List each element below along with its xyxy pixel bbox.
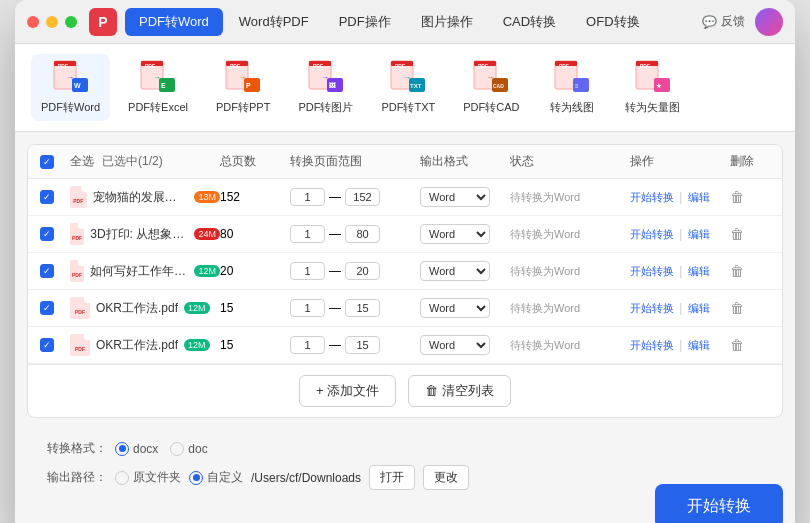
tool-pdf-to-word[interactable]: PDF W → PDF转Word xyxy=(31,54,110,121)
row2-page-to[interactable] xyxy=(345,225,380,243)
row4-delete-btn[interactable]: 🗑 xyxy=(730,300,770,316)
row2-checkbox[interactable] xyxy=(40,227,54,241)
custom-label: 自定义 xyxy=(207,469,243,486)
tool-pdf-to-excel-label: PDF转Excel xyxy=(128,100,188,115)
row5-checkbox[interactable] xyxy=(40,338,54,352)
row2-status: 待转换为Word xyxy=(510,227,630,242)
docx-radio[interactable] xyxy=(115,442,129,456)
tool-to-line[interactable]: PDF ≡ 转为线图 xyxy=(537,54,607,121)
row3-name-cell: PDF 如何写好工作年中总结.pdf 12M xyxy=(70,260,220,282)
row5-page-from[interactable] xyxy=(290,336,325,354)
row5-size: 12M xyxy=(184,339,210,351)
feedback-button[interactable]: 💬 反馈 xyxy=(702,13,745,30)
docx-label: docx xyxy=(133,442,158,456)
row3-start-btn[interactable]: 开始转换 xyxy=(630,265,674,277)
row3-delete-btn[interactable]: 🗑 xyxy=(730,263,770,279)
nav-tab-image-ops[interactable]: 图片操作 xyxy=(407,8,487,36)
app-window: P PDF转Word Word转PDF PDF操作 图片操作 CAD转换 OFD… xyxy=(15,0,795,523)
row1-checkbox[interactable] xyxy=(40,190,54,204)
pdf-to-word-icon: PDF W → xyxy=(51,60,91,96)
custom-radio[interactable] xyxy=(189,471,203,485)
row5-status: 待转换为Word xyxy=(510,338,630,353)
svg-text:PDF: PDF xyxy=(58,63,68,69)
tool-pdf-to-image[interactable]: PDF 🖼 → PDF转图片 xyxy=(288,54,363,121)
tool-pdf-to-cad[interactable]: PDF CAD → PDF转CAD xyxy=(453,54,529,121)
nav-tab-cad[interactable]: CAD转换 xyxy=(489,8,570,36)
row1-delete-btn[interactable]: 🗑 xyxy=(730,189,770,205)
output-custom-option[interactable]: 自定义 xyxy=(189,469,243,486)
tool-pdf-to-excel[interactable]: PDF E → PDF转Excel xyxy=(118,54,198,121)
convert-button[interactable]: 开始转换 xyxy=(655,484,783,523)
row3-page-from[interactable] xyxy=(290,262,325,280)
close-button[interactable] xyxy=(27,16,39,28)
row2-size: 24M xyxy=(194,228,220,240)
format-doc-option[interactable]: doc xyxy=(170,442,207,456)
feedback-icon: 💬 xyxy=(702,15,717,29)
row4-filename: OKR工作法.pdf xyxy=(96,300,178,317)
row1-page-to[interactable] xyxy=(345,188,380,206)
row3-page-range: — xyxy=(290,262,420,280)
row1-actions: 开始转换 | 编辑 xyxy=(630,190,730,205)
nav-tab-word-to-pdf[interactable]: Word转PDF xyxy=(225,8,323,36)
row5-format-select[interactable]: Worddoc xyxy=(420,335,490,355)
maximize-button[interactable] xyxy=(65,16,77,28)
minimize-button[interactable] xyxy=(46,16,58,28)
row1-edit-btn[interactable]: 编辑 xyxy=(688,191,710,203)
row2-delete-btn[interactable]: 🗑 xyxy=(730,226,770,242)
col-output-format: 输出格式 xyxy=(420,153,510,170)
row4-file-icon: PDF xyxy=(70,297,90,319)
nav-tab-pdf-ops[interactable]: PDF操作 xyxy=(325,8,405,36)
tool-pdf-to-txt[interactable]: PDF TXT → PDF转TXT xyxy=(371,54,445,121)
row4-start-btn[interactable]: 开始转换 xyxy=(630,302,674,314)
row5-page-to[interactable] xyxy=(345,336,380,354)
row1-format-select[interactable]: Worddoc xyxy=(420,187,490,207)
change-path-button[interactable]: 更改 xyxy=(423,465,469,490)
row2-start-btn[interactable]: 开始转换 xyxy=(630,228,674,240)
select-all-checkbox[interactable] xyxy=(40,155,54,169)
row1-start-btn[interactable]: 开始转换 xyxy=(630,191,674,203)
row4-total-pages: 15 xyxy=(220,301,290,315)
col-status: 状态 xyxy=(510,153,630,170)
row1-file-icon: PDF xyxy=(70,186,87,208)
pdf-to-txt-icon: PDF TXT → xyxy=(388,60,428,96)
row1-page-from[interactable] xyxy=(290,188,325,206)
row2-format-select[interactable]: Worddoc xyxy=(420,224,490,244)
source-radio[interactable] xyxy=(115,471,129,485)
avatar[interactable] xyxy=(755,8,783,36)
row5-edit-btn[interactable]: 编辑 xyxy=(688,339,710,351)
tool-pdf-to-word-label: PDF转Word xyxy=(41,100,100,115)
row4-checkbox[interactable] xyxy=(40,301,54,315)
open-folder-button[interactable]: 打开 xyxy=(369,465,415,490)
row3-edit-btn[interactable]: 编辑 xyxy=(688,265,710,277)
row3-checkbox[interactable] xyxy=(40,264,54,278)
doc-radio[interactable] xyxy=(170,442,184,456)
tool-pdf-to-txt-label: PDF转TXT xyxy=(381,100,435,115)
row4-edit-btn[interactable]: 编辑 xyxy=(688,302,710,314)
row4-status: 待转换为Word xyxy=(510,301,630,316)
row5-delete-btn[interactable]: 🗑 xyxy=(730,337,770,353)
nav-tab-pdf-to-word[interactable]: PDF转Word xyxy=(125,8,223,36)
row2-edit-btn[interactable]: 编辑 xyxy=(688,228,710,240)
output-source-option[interactable]: 原文件夹 xyxy=(115,469,181,486)
row5-name-cell: PDF OKR工作法.pdf 12M xyxy=(70,334,220,356)
add-file-button[interactable]: + 添加文件 xyxy=(299,375,396,407)
select-all-label: 全选 xyxy=(70,153,94,170)
bottom-bar: 转换格式： docx doc 输出路径： 原文件夹 xyxy=(15,430,795,523)
tool-pdf-to-ppt[interactable]: PDF P → PDF转PPT xyxy=(206,54,280,121)
format-docx-option[interactable]: docx xyxy=(115,442,158,456)
nav-tab-ofd[interactable]: OFD转换 xyxy=(572,8,653,36)
tool-pdf-to-image-label: PDF转图片 xyxy=(298,100,353,115)
row3-page-to[interactable] xyxy=(345,262,380,280)
row2-page-from[interactable] xyxy=(290,225,325,243)
clear-list-button[interactable]: 🗑 清空列表 xyxy=(408,375,511,407)
row5-start-btn[interactable]: 开始转换 xyxy=(630,339,674,351)
row3-format-select[interactable]: Worddoc xyxy=(420,261,490,281)
list-footer: + 添加文件 🗑 清空列表 xyxy=(28,364,782,417)
row3-format: Worddoc xyxy=(420,261,510,281)
row4-format-select[interactable]: Worddoc xyxy=(420,298,490,318)
row4-actions: 开始转换 | 编辑 xyxy=(630,301,730,316)
source-label: 原文件夹 xyxy=(133,469,181,486)
tool-to-vector[interactable]: PDF ★ 转为矢量图 xyxy=(615,54,690,121)
row4-page-to[interactable] xyxy=(345,299,380,317)
row4-page-from[interactable] xyxy=(290,299,325,317)
